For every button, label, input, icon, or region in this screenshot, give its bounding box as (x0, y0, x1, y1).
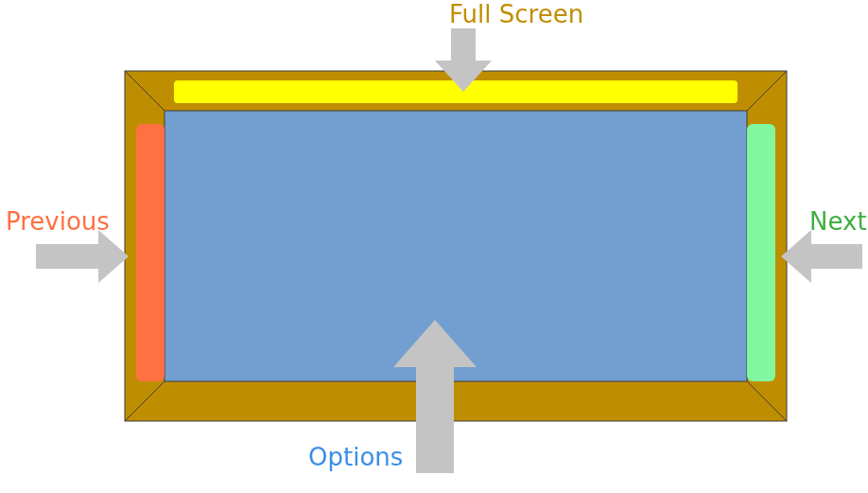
fullscreen-hot-zone[interactable] (174, 80, 738, 103)
fullscreen-label: Full Screen (449, 0, 583, 28)
screen-frame (125, 71, 787, 421)
next-label: Next (809, 207, 867, 236)
previous-arrow-icon (36, 230, 129, 283)
next-arrow-icon (781, 230, 862, 283)
next-hot-zone[interactable] (747, 124, 775, 381)
previous-hot-zone[interactable] (136, 124, 165, 381)
options-label: Options (308, 443, 403, 471)
previous-label: Previous (6, 207, 110, 236)
screen-center (165, 111, 747, 381)
